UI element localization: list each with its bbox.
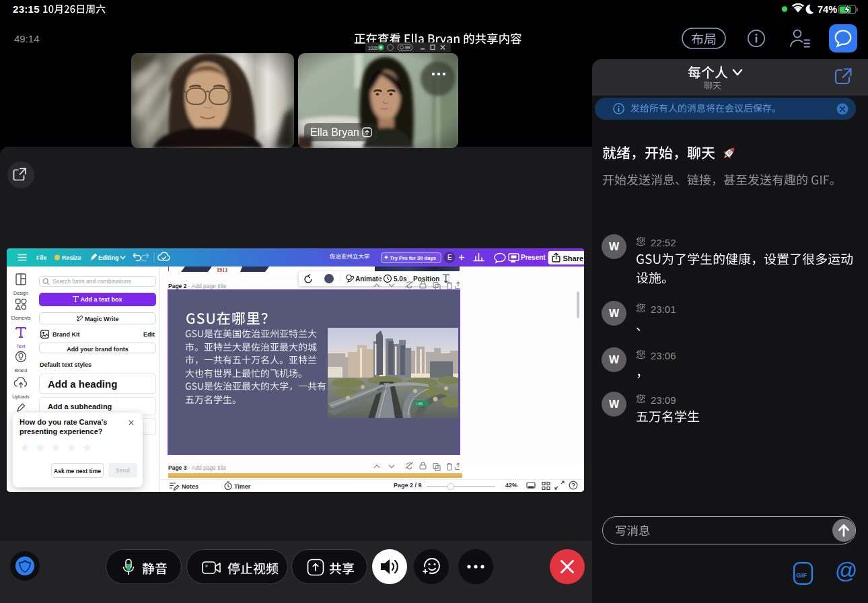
svg-text:I-85: I-85	[416, 402, 423, 406]
svg-text:Share: Share	[563, 254, 584, 262]
svg-text:Text: Text	[17, 344, 26, 349]
svg-text:Uploads: Uploads	[12, 394, 30, 400]
svg-text:1026: 1026	[368, 46, 378, 50]
svg-text:Design: Design	[13, 291, 28, 296]
svg-text:1913: 1913	[217, 267, 227, 273]
svg-text:Resize: Resize	[62, 254, 81, 261]
svg-text:E: E	[447, 254, 452, 261]
svg-text:Elements: Elements	[11, 316, 31, 320]
svg-text:Present: Present	[521, 254, 546, 261]
svg-text:Brand: Brand	[15, 368, 28, 373]
svg-text:Editing: Editing	[98, 254, 119, 261]
svg-text:GIF: GIF	[796, 571, 807, 579]
svg-text:File: File	[36, 254, 47, 261]
svg-text:Try Pro for 30 days: Try Pro for 30 days	[390, 255, 436, 261]
svg-text:Timer: Timer	[234, 483, 251, 490]
svg-text:Notes: Notes	[182, 483, 198, 490]
svg-text:74%: 74%	[818, 4, 837, 15]
